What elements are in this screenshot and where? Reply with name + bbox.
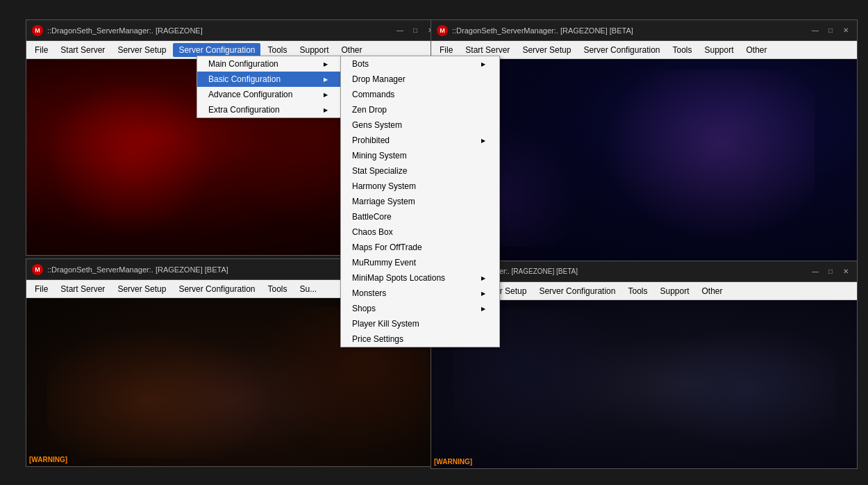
dropdown-item-extraconfig[interactable]: Extra Configuration ▶ [197,102,342,117]
dropdown-item-monsters[interactable]: Monsters ▶ [341,286,499,301]
menu-file-1[interactable]: File [29,43,53,57]
titlebar-1: M ::DragonSeth_ServerManager:. [RAGEZONE… [26,20,442,41]
dropdown-item-marriagesystem[interactable]: Marriage System [341,194,499,209]
dropdown-item-statspecialize[interactable]: Stat Specialize [341,163,499,179]
menu-startserver-1[interactable]: Start Server [55,43,110,57]
arrow-bots: ▶ [481,61,485,67]
menu-tools-3[interactable]: Tools [262,282,292,296]
dropdown-item-prohibited[interactable]: Prohibited ▶ [341,133,499,148]
dropdown-item-playerkill[interactable]: Player Kill System [341,316,499,331]
dropdown-item-dropmanager[interactable]: Drop Manager [341,72,499,87]
menu-serversetup-2[interactable]: Server Setup [517,43,576,57]
menu-support-3[interactable]: Su... [294,282,323,296]
menu-other-2[interactable]: Other [741,43,773,57]
titlebar-controls-4: — □ ✕ [810,266,851,277]
dropdown-item-murummy[interactable]: MuRummy Event [341,255,499,270]
dropdown-serverconfig: Main Configuration ▶ Basic Configuration… [197,56,342,118]
app-icon-3: M [32,264,43,275]
menu-support-4[interactable]: Support [654,284,694,298]
close-btn-4[interactable]: ✕ [840,266,851,277]
dropdown-item-minimap[interactable]: MiniMap Spots Locations ▶ [341,270,499,286]
arrow-mainconfig: ▶ [324,61,328,67]
dropdown-item-harmonysystem[interactable]: Harmony System [341,179,499,194]
dropdown-item-zendrop[interactable]: Zen Drop [341,102,499,117]
warning-3: [WARNING] [29,456,67,463]
dropdown-item-mainconfig[interactable]: Main Configuration ▶ [197,56,342,72]
menu-support-2[interactable]: Support [699,43,740,57]
minimize-btn-4[interactable]: — [810,266,821,277]
titlebar-controls-1: — □ ✕ [394,25,436,36]
dropdown-item-battlecore[interactable]: BattleCore [341,209,499,224]
maximize-btn-2[interactable]: □ [825,25,836,36]
arrow-minimap: ▶ [481,275,485,281]
dropdown-item-bots[interactable]: Bots ▶ [341,56,499,72]
titlebar-title-3: ::DragonSeth_ServerManager:. [RAGEZONE] … [47,265,228,274]
titlebar-title-2: ::DragonSeth_ServerManager:. [RAGEZONE] … [452,26,633,35]
dropdown-item-chaosbox[interactable]: Chaos Box [341,224,499,240]
dropdown-item-shops[interactable]: Shops ▶ [341,301,499,316]
minimize-btn-1[interactable]: — [394,25,406,36]
dropdown-item-commands[interactable]: Commands [341,87,499,102]
menu-file-2[interactable]: File [434,43,458,57]
arrow-extraconfig: ▶ [324,107,328,113]
maximize-btn-4[interactable]: □ [825,266,836,277]
menu-startserver-2[interactable]: Start Server [460,43,515,57]
minimize-btn-2[interactable]: — [810,25,821,36]
dropdown-basicconfig: Bots ▶ Drop Manager Commands Zen Drop Ge… [340,56,500,347]
menu-other-1[interactable]: Other [336,43,368,57]
arrow-advanceconfig: ▶ [324,92,328,98]
menu-other-4[interactable]: Other [696,284,728,298]
menu-file-3[interactable]: File [29,282,53,296]
arrow-shops: ▶ [481,306,485,312]
menu-serverconfig-3[interactable]: Server Configuration [173,282,260,296]
app-icon-2: M [437,25,448,36]
menu-tools-1[interactable]: Tools [262,43,292,57]
dropdown-item-basicconfig[interactable]: Basic Configuration ▶ [197,72,342,87]
dropdown-item-miningsystem[interactable]: Mining System [341,148,499,163]
arrow-monsters: ▶ [481,290,485,297]
maximize-btn-1[interactable]: □ [410,25,421,36]
dropdown-item-mapsofftrade[interactable]: Maps For OffTrade [341,240,499,255]
warning-4: [WARNING] [434,458,472,466]
menu-serversetup-3[interactable]: Server Setup [112,282,172,296]
menu-support-1[interactable]: Support [294,43,335,57]
menu-serversetup-1[interactable]: Server Setup [112,43,172,57]
arrow-prohibited: ▶ [481,138,485,144]
app-icon-1: M [32,25,43,36]
titlebar-title-1: ::DragonSeth_ServerManager:. [RAGEZONE] [47,26,203,35]
close-btn-2[interactable]: ✕ [840,25,851,36]
dropdown-item-pricesettings[interactable]: Price Settings [341,331,499,347]
dropdown-item-advanceconfig[interactable]: Advance Configuration ▶ [197,87,342,102]
arrow-basicconfig: ▶ [324,76,328,83]
menu-serverconfig-4[interactable]: Server Configuration [533,284,621,298]
titlebar-2: M ::DragonSeth_ServerManager:. [RAGEZONE… [431,20,857,41]
menu-tools-4[interactable]: Tools [622,284,653,298]
menu-startserver-3[interactable]: Start Server [55,282,110,296]
menu-serverconfig-1[interactable]: Server Configuration [173,43,260,57]
dropdown-item-genssystem[interactable]: Gens System [341,117,499,133]
menu-tools-2[interactable]: Tools [667,43,697,57]
titlebar-controls-2: — □ ✕ [810,25,851,36]
menu-serverconfig-2[interactable]: Server Configuration [578,43,665,57]
